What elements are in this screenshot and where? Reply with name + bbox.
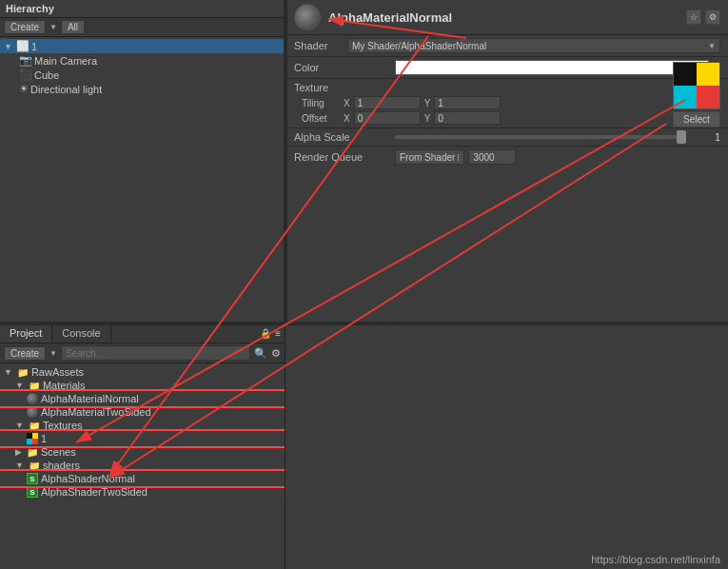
inspector-header: AlphaMaterialNormal ☆ ⚙ [286, 0, 728, 35]
hierarchy-create-button[interactable]: Create [4, 20, 46, 34]
scene-root[interactable]: ▼ ⬜ 1 [0, 39, 285, 53]
project-textures[interactable]: ▼ 📁 Textures [0, 419, 285, 432]
alpha-scale-slider[interactable] [395, 135, 686, 139]
project-alpha-material-normal[interactable]: AlphaMaterialNormal [0, 392, 285, 405]
color-swatch[interactable] [395, 60, 709, 75]
select-button[interactable]: Select [673, 111, 720, 128]
tg-black [674, 63, 697, 86]
project-create-arrow[interactable]: ▼ [49, 349, 57, 358]
camera-icon: 📷 [19, 54, 32, 67]
materials-toggle[interactable]: ▼ [15, 381, 24, 390]
hierarchy-tree: ▼ ⬜ 1 📷 Main Camera ⬛ Cube ☀ Directional… [0, 37, 285, 98]
scene-toggle[interactable]: ▼ [4, 42, 12, 51]
rq-dropdown-divider: ⁝ [457, 152, 460, 163]
watermark: https://blog.csdn.net/linxinfa [591, 554, 720, 565]
scenes-toggle[interactable]: ▶ [15, 447, 22, 457]
project-search-input[interactable] [61, 345, 250, 361]
shaders-toggle[interactable]: ▼ [15, 461, 24, 470]
alpha-material-normal-label: AlphaMaterialNormal [41, 393, 139, 404]
render-queue-label: Render Queue [294, 151, 389, 163]
project-panel: Project Console 🔒 ≡ Create ▼ 🔍 ⚙ ▼ 📁 Raw… [0, 324, 285, 569]
project-alpha-shader-twosided[interactable]: S AlphaShaderTwoSided [0, 485, 285, 499]
rq-dropdown-value: From Shader [400, 152, 455, 163]
project-create-button[interactable]: Create [4, 346, 46, 361]
horizontal-divider[interactable] [0, 322, 728, 325]
offset-y-input[interactable] [434, 111, 501, 125]
materials-label: Materials [43, 380, 86, 391]
shader-value: My Shader/AlphaShaderNormal [352, 41, 486, 51]
texture-1-label: 1 [41, 433, 47, 444]
search-icon[interactable]: 🔍 [254, 347, 267, 360]
texture-label: Texture [294, 82, 389, 93]
hierarchy-item-cube[interactable]: ⬛ Cube [0, 68, 285, 82]
shader-dropdown[interactable]: My Shader/AlphaShaderNormal ▼ [347, 38, 720, 53]
bookmark-icon[interactable]: ☆ [686, 10, 701, 25]
alpha-material-twosided-label: AlphaMaterialTwoSided [41, 406, 151, 418]
render-queue-value[interactable] [468, 149, 516, 165]
tiling-x-input[interactable] [354, 96, 421, 109]
scene-icon: ⬜ [16, 40, 30, 52]
scenes-label: Scenes [41, 446, 76, 458]
alpha-shader-normal-icon: S [27, 473, 38, 484]
rawassets-toggle[interactable]: ▼ [4, 367, 12, 377]
textures-toggle[interactable]: ▼ [15, 421, 24, 430]
lock-icon[interactable]: 🔒 [260, 328, 271, 339]
shader-dropdown-arrow: ▼ [708, 42, 716, 50]
camera-label: Main Camera [34, 55, 97, 67]
bottom-right-panel [285, 324, 728, 569]
texture-preview-area: Select [673, 62, 720, 128]
color-label: Color [294, 62, 389, 73]
options-icon[interactable]: ≡ [275, 328, 281, 339]
materials-folder-icon: 📁 [29, 381, 40, 391]
shader-label: Shader [294, 40, 342, 51]
tg-red [697, 86, 719, 108]
tab-project[interactable]: Project [0, 324, 52, 343]
render-queue-row: Render Queue From Shader ⁝ [286, 147, 728, 167]
material-preview-icon [294, 4, 321, 30]
texture-grid [674, 63, 719, 108]
vertical-divider[interactable] [284, 0, 287, 324]
project-alpha-shader-normal[interactable]: S AlphaShaderNormal [0, 472, 285, 485]
create-dropdown-arrow[interactable]: ▼ [49, 23, 57, 31]
gear-icon[interactable]: ⚙ [705, 10, 720, 25]
hierarchy-header: Hierarchy [0, 0, 285, 18]
hierarchy-panel: Hierarchy Create ▼ All ▼ ⬜ 1 📷 Main Came… [0, 0, 285, 324]
hierarchy-item-main-camera[interactable]: 📷 Main Camera [0, 53, 285, 68]
alpha-shader-normal-label: AlphaShaderNormal [41, 473, 135, 484]
tiling-y-input[interactable] [434, 96, 501, 109]
tiling-x-label: X [344, 98, 350, 108]
project-shaders[interactable]: ▼ 📁 shaders [0, 459, 285, 472]
alpha-scale-label: Alpha Scale [294, 131, 389, 143]
offset-y-label: Y [424, 113, 431, 124]
offset-label: Offset [302, 113, 340, 124]
project-scenes[interactable]: ▶ 📁 Scenes [0, 445, 285, 459]
render-queue-dropdown[interactable]: From Shader ⁝ [395, 149, 464, 165]
project-options-icon[interactable]: ⚙ [271, 347, 281, 360]
rawassets-folder-icon: 📁 [17, 367, 29, 378]
project-texture-1[interactable]: 1 [0, 432, 285, 445]
shaders-label: shaders [43, 460, 80, 471]
tiling-y-label: Y [424, 98, 431, 108]
alpha-slider-thumb[interactable] [677, 130, 686, 144]
offset-x-input[interactable] [354, 111, 421, 125]
hierarchy-all-button[interactable]: All [61, 20, 85, 34]
project-rawassets[interactable]: ▼ 📁 RawAssets [0, 365, 285, 379]
project-tree: ▼ 📁 RawAssets ▼ 📁 Materials AlphaMateria… [0, 363, 285, 500]
alpha-material-twosided-icon [27, 406, 38, 418]
scenes-folder-icon: 📁 [27, 447, 38, 458]
tab-console[interactable]: Console [52, 324, 110, 343]
tg-cyan [674, 86, 697, 108]
alpha-scale-value: 1 [692, 131, 720, 143]
project-alpha-material-twosided[interactable]: AlphaMaterialTwoSided [0, 405, 285, 419]
cube-label: Cube [34, 69, 59, 81]
project-materials[interactable]: ▼ 📁 Materials [0, 379, 285, 392]
hierarchy-title: Hierarchy [6, 3, 54, 14]
offset-x-label: X [344, 113, 350, 124]
hierarchy-toolbar: Create ▼ All [0, 18, 285, 37]
textures-label: Textures [43, 420, 83, 431]
shaders-folder-icon: 📁 [29, 461, 40, 471]
alpha-material-normal-icon [27, 393, 38, 404]
inspector-icon-group: ☆ ⚙ [686, 10, 720, 25]
hierarchy-item-directional-light[interactable]: ☀ Directional light [0, 82, 285, 96]
rawassets-label: RawAssets [31, 366, 84, 378]
